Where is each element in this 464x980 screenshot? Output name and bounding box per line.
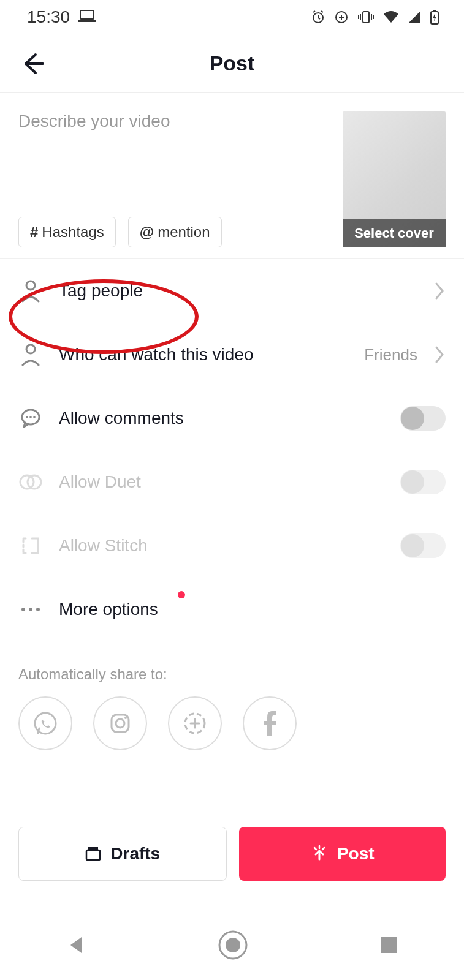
mention-chip[interactable]: @ mention [128, 217, 222, 247]
drafts-label: Drafts [110, 844, 160, 864]
description-input[interactable]: Describe your video [18, 111, 330, 185]
svg-rect-10 [363, 12, 369, 23]
page-title: Post [210, 51, 255, 75]
allow-comments-row: Allow comments [18, 386, 446, 450]
svg-point-17 [26, 281, 35, 290]
svg-rect-1 [78, 20, 96, 22]
hashtags-label: Hashtags [42, 224, 104, 241]
person-icon [18, 343, 43, 366]
more-options-label: More options [59, 600, 446, 619]
nav-back-icon [66, 935, 86, 956]
who-can-watch-value: Friends [364, 345, 417, 364]
svg-rect-39 [88, 847, 98, 850]
status-bar: 15:30 [0, 0, 464, 34]
svg-line-4 [318, 18, 320, 19]
whatsapp-icon [32, 710, 59, 737]
signal-icon [408, 10, 421, 24]
facebook-icon [261, 710, 278, 737]
status-right [311, 10, 439, 24]
more-options-row[interactable]: More options [18, 578, 446, 641]
status-left: 15:30 [27, 7, 96, 27]
svg-point-22 [33, 416, 36, 418]
share-icons [18, 696, 446, 750]
who-can-watch-row[interactable]: Who can watch this video Friends [18, 323, 446, 386]
cover-thumbnail[interactable]: Select cover [343, 111, 446, 247]
comment-icon [18, 408, 43, 429]
share-title: Automatically share to: [18, 666, 446, 683]
tag-people-row[interactable]: Tag people [18, 259, 446, 323]
nav-home[interactable] [218, 930, 248, 963]
person-icon [18, 279, 43, 303]
drafts-icon [85, 846, 102, 862]
svg-line-42 [322, 848, 324, 850]
stitch-icon [18, 536, 43, 556]
compose-chips: # Hashtags @ mention [18, 217, 330, 247]
svg-rect-0 [80, 10, 94, 19]
svg-point-18 [26, 345, 35, 353]
duet-icon [18, 473, 43, 491]
nav-recent[interactable] [380, 936, 398, 957]
nav-home-icon [218, 930, 248, 960]
chevron-right-icon [433, 281, 446, 301]
svg-point-29 [29, 608, 32, 611]
post-button[interactable]: Post [239, 827, 446, 881]
header: Post [0, 34, 464, 93]
back-arrow-icon [20, 51, 45, 77]
who-can-watch-label: Who can watch this video [59, 345, 348, 364]
laptop-icon [78, 7, 96, 27]
share-whatsapp[interactable] [18, 696, 72, 750]
share-section: Automatically share to: [0, 641, 464, 750]
svg-point-21 [29, 416, 32, 418]
chevron-right-icon [433, 345, 446, 364]
allow-stitch-row: Allow Stitch [18, 514, 446, 578]
allow-stitch-toggle [400, 533, 446, 558]
hashtags-chip[interactable]: # Hashtags [18, 217, 116, 247]
svg-line-5 [313, 11, 315, 12]
svg-point-20 [26, 416, 28, 418]
svg-rect-16 [433, 10, 436, 12]
compose-left: Describe your video # Hashtags @ mention [18, 111, 330, 247]
svg-point-30 [36, 608, 40, 611]
allow-duet-row: Allow Duet [18, 450, 446, 514]
compose-area: Describe your video # Hashtags @ mention… [0, 93, 464, 259]
svg-line-6 [321, 11, 323, 12]
svg-line-41 [314, 848, 316, 850]
svg-point-28 [21, 608, 25, 611]
drafts-button[interactable]: Drafts [18, 827, 227, 881]
back-button[interactable] [18, 50, 47, 78]
hash-icon: # [30, 224, 38, 241]
data-saver-icon [334, 10, 349, 24]
at-icon: @ [140, 224, 154, 241]
post-label: Post [337, 844, 375, 864]
allow-comments-label: Allow comments [59, 409, 384, 428]
share-facebook[interactable] [243, 696, 297, 750]
status-add-icon [181, 710, 208, 737]
select-cover-button[interactable]: Select cover [343, 219, 446, 247]
share-instagram[interactable] [93, 696, 147, 750]
alarm-icon [311, 10, 325, 24]
battery-icon [430, 10, 439, 24]
allow-comments-toggle[interactable] [400, 406, 446, 431]
more-icon [18, 606, 43, 612]
status-time: 15:30 [27, 7, 70, 27]
nav-recent-icon [380, 936, 398, 954]
svg-rect-45 [381, 937, 397, 953]
system-nav-bar [0, 913, 464, 980]
bottom-buttons: Drafts Post [18, 827, 446, 881]
svg-point-33 [116, 719, 124, 728]
svg-point-44 [226, 938, 240, 952]
nav-back[interactable] [66, 935, 86, 958]
options-list: Tag people Who can watch this video Frie… [0, 259, 464, 641]
vibrate-icon [357, 10, 375, 24]
mention-label: mention [158, 224, 210, 241]
tag-people-label: Tag people [59, 281, 417, 301]
post-icon [310, 845, 329, 863]
allow-duet-label: Allow Duet [59, 472, 384, 492]
wifi-icon [383, 10, 399, 24]
allow-stitch-label: Allow Stitch [59, 536, 384, 556]
share-status[interactable] [168, 696, 222, 750]
svg-point-34 [124, 717, 127, 719]
notification-dot-icon [178, 591, 185, 598]
svg-rect-38 [86, 850, 100, 860]
instagram-icon [107, 710, 134, 737]
